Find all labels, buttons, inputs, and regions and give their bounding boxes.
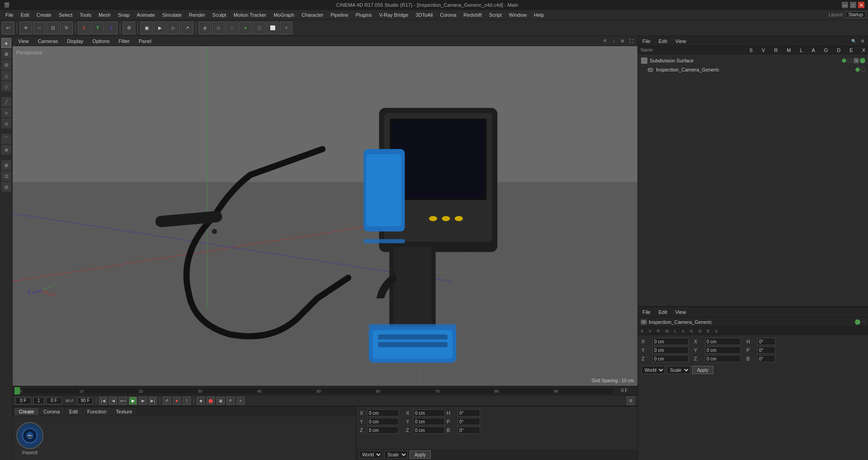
menu-corona[interactable]: Corona — [436, 11, 460, 19]
tab-create[interactable]: Create — [14, 408, 38, 415]
viewport-menu-panel[interactable]: Panel — [136, 38, 154, 45]
pb-settings[interactable]: ⚙ — [627, 397, 635, 405]
live-select-button[interactable]: ✛ — [19, 22, 32, 34]
right-tab-file[interactable]: File — [640, 38, 653, 45]
minimize-button[interactable]: — — [842, 2, 848, 8]
menu-window[interactable]: Window — [505, 11, 530, 19]
timeline-track[interactable]: 0 10 20 30 40 50 60 70 80 90 — [20, 388, 613, 394]
menu-simulate[interactable]: Simulate — [159, 11, 185, 19]
frame-end-input[interactable] — [77, 397, 93, 404]
attr-y2-input[interactable] — [705, 346, 741, 354]
goto-start-btn[interactable]: |◀ — [99, 397, 107, 405]
frame-current-input[interactable] — [33, 397, 44, 404]
rh-search-icon[interactable]: 🔍 — [850, 38, 857, 45]
menu-redshift[interactable]: Redshift — [460, 11, 485, 19]
play-btn[interactable]: ▶ — [129, 397, 137, 405]
tab-edit[interactable]: Edit — [65, 408, 82, 415]
auto-key-btn[interactable]: ⬤ — [207, 397, 215, 405]
sidebar-tool9[interactable]: ⊛ — [1, 145, 11, 155]
coord-z-pos[interactable] — [367, 427, 399, 434]
render-region-btn[interactable]: ▣ — [140, 22, 153, 34]
tool3[interactable]: ⬡ — [226, 22, 238, 34]
apply-button[interactable]: Apply — [410, 451, 431, 459]
scale-dropdown[interactable]: Scale — [384, 451, 408, 459]
viewport-menu-filter[interactable]: Filter — [116, 38, 132, 45]
sidebar-tool3[interactable]: △ — [1, 71, 11, 81]
sidebar-model-mode[interactable]: ■ — [1, 38, 11, 48]
z-axis-btn[interactable]: Z — [105, 22, 118, 34]
tool5[interactable]: ◫ — [253, 22, 265, 34]
sidebar-tool5[interactable]: ╱ — [1, 97, 11, 107]
attr-x2-input[interactable] — [705, 338, 741, 345]
obj-key-btn[interactable]: ▣ — [217, 397, 225, 405]
render-btn[interactable]: ▷ — [167, 22, 180, 34]
attr-tab-edit[interactable]: Edit — [656, 308, 670, 316]
sidebar-tool4[interactable]: ◇ — [1, 81, 11, 91]
tool2[interactable]: ◎ — [212, 22, 225, 34]
layout-dropdown[interactable]: Startup — [845, 11, 866, 18]
subdiv-vis-icon[interactable] — [860, 58, 865, 63]
coord-y-pos[interactable] — [367, 418, 399, 425]
attr-z2-input[interactable] — [705, 355, 741, 362]
menu-character[interactable]: Character — [298, 11, 327, 19]
tool6[interactable]: ⬜ — [266, 22, 279, 34]
pb-more[interactable]: ≡ — [236, 397, 245, 405]
tool7[interactable]: ☀ — [280, 22, 292, 34]
close-button[interactable]: ✕ — [858, 2, 864, 8]
viewport-menu-options[interactable]: Options — [90, 38, 112, 45]
tab-texture[interactable]: Texture — [111, 408, 137, 415]
attr-green-dot[interactable] — [855, 319, 860, 325]
menu-create[interactable]: Create — [33, 11, 55, 19]
sidebar-texture-mode[interactable]: ⊠ — [1, 49, 11, 59]
prev-frame-btn[interactable]: ◀ — [109, 397, 117, 405]
menu-script[interactable]: Script — [486, 11, 505, 19]
menu-pipeline[interactable]: Pipeline — [327, 11, 352, 19]
sidebar-tool7[interactable]: ⊙ — [1, 119, 11, 128]
attr-y-input[interactable] — [652, 346, 689, 354]
coord-x-pos[interactable] — [367, 409, 399, 417]
menu-help[interactable]: Help — [530, 11, 548, 19]
attr-scale-dropdown[interactable]: Scale — [667, 366, 690, 374]
sidebar-tool6[interactable]: ⌾ — [1, 108, 11, 118]
render-to-po-btn[interactable]: ▶ — [154, 22, 166, 34]
menu-render[interactable]: Render — [185, 11, 209, 19]
subdiv-edit-icon[interactable]: ✎ — [854, 58, 859, 63]
camera-dot-2[interactable] — [861, 67, 865, 72]
vp-fullscreen-icon[interactable]: ⛶ — [627, 38, 635, 45]
coord-x-rot[interactable] — [413, 409, 445, 417]
tree-item-camera[interactable]: Inspection_Camera_Generic — [638, 65, 868, 74]
goto-end-btn[interactable]: ▶| — [149, 397, 157, 405]
help-btn[interactable]: ? — [183, 397, 191, 405]
attr-tab-file[interactable]: File — [640, 308, 653, 316]
attr-b-input[interactable] — [757, 355, 775, 362]
vp-settings-icon[interactable]: ⚙ — [619, 38, 626, 45]
menu-vray[interactable]: V-Ray Bridge — [376, 11, 412, 19]
menu-plugins[interactable]: Plugins — [352, 11, 375, 19]
subdiv-dot-2[interactable] — [847, 58, 852, 63]
attr-dots-icon[interactable]: ⋯ — [862, 319, 865, 325]
attr-h-input[interactable] — [757, 338, 775, 345]
sidebar-tool10[interactable]: ⊞ — [1, 160, 11, 170]
sidebar-uv-mode[interactable]: ⊟ — [1, 60, 11, 70]
coord-y-rot[interactable] — [413, 418, 445, 425]
attr-z-input[interactable] — [652, 355, 689, 362]
menu-sculpt[interactable]: Sculpt — [209, 11, 230, 19]
attr-p-input[interactable] — [757, 346, 775, 354]
menu-select[interactable]: Select — [55, 11, 76, 19]
render-settings-btn[interactable]: ⚙ — [123, 22, 135, 34]
coord-p[interactable] — [458, 418, 480, 425]
y-axis-btn[interactable]: Y — [91, 22, 104, 34]
viewport-menu-cameras[interactable]: Cameras — [35, 38, 61, 45]
maximize-button[interactable]: □ — [850, 2, 856, 8]
viewport-menu-display[interactable]: Display — [64, 38, 86, 45]
attr-world-dropdown[interactable]: World — [642, 366, 665, 374]
add-render-btn[interactable]: ↗ — [181, 22, 193, 34]
frame-start-input[interactable] — [15, 397, 31, 404]
menu-file[interactable]: File — [2, 11, 17, 19]
vp-rotate-icon[interactable]: ↕ — [610, 38, 618, 45]
keyframe-btn[interactable]: ◆ — [197, 397, 205, 405]
tab-function[interactable]: Function — [83, 408, 111, 415]
menu-snap[interactable]: Snap — [114, 11, 133, 19]
camera-dot-1[interactable] — [855, 67, 860, 72]
menu-animate[interactable]: Animate — [133, 11, 159, 19]
